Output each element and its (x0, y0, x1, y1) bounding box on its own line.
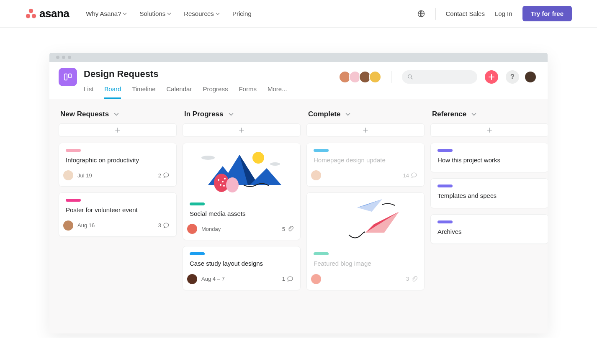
avatar (369, 71, 381, 83)
attachment-icon (411, 276, 417, 282)
tab-calendar[interactable]: Calendar (167, 85, 192, 99)
try-free-button[interactable]: Try for free (522, 6, 572, 21)
chevron-down-icon (216, 12, 220, 16)
add-card-button[interactable] (183, 123, 301, 137)
assignee-avatar (311, 170, 321, 180)
board: New Requests Infographic on productivity… (49, 99, 548, 333)
add-card-button[interactable] (430, 123, 548, 137)
tab-more[interactable]: More... (268, 85, 287, 99)
card[interactable]: Infographic on productivity Jul 19 2 (59, 143, 177, 187)
add-button[interactable] (485, 70, 498, 84)
due-date: Aug 16 (77, 222, 95, 228)
svg-point-17 (222, 181, 224, 182)
due-date: Monday (201, 226, 221, 232)
due-date: Aug 4 – 7 (201, 276, 225, 282)
paper-planes-illustration-icon (315, 193, 416, 247)
assignee-avatar (311, 274, 321, 284)
app-window: Design Requests List Board Timeline Cale… (49, 53, 548, 333)
asana-logo[interactable]: asana (25, 7, 69, 20)
card-stat: 14 (403, 172, 417, 179)
comment-icon (163, 222, 170, 229)
card-title: Case study layout designs (190, 259, 293, 268)
card[interactable]: Archives (430, 214, 548, 244)
card-tag (437, 149, 453, 152)
assignee-avatar (63, 170, 73, 180)
card[interactable]: Templates and specs (430, 178, 548, 208)
card[interactable]: Poster for volunteer event Aug 16 3 (59, 192, 177, 236)
column-complete: Complete Homepage design update 14 (306, 110, 425, 296)
globe-icon[interactable] (417, 10, 425, 18)
project-header: Design Requests List Board Timeline Cale… (49, 62, 548, 99)
card-title: Social media assets (190, 210, 293, 218)
svg-point-2 (32, 14, 36, 18)
mountains-illustration-icon (191, 143, 292, 197)
attachment-icon (287, 226, 293, 232)
tab-forms[interactable]: Forms (239, 85, 257, 99)
card[interactable]: Featured blog image 3 (306, 192, 425, 290)
add-card-button[interactable] (306, 123, 425, 137)
svg-point-0 (29, 8, 33, 13)
card[interactable]: Social media assets Monday 5 (183, 143, 301, 240)
plus-icon (239, 127, 244, 133)
add-card-button[interactable] (59, 123, 177, 137)
tab-list[interactable]: List (84, 85, 93, 99)
chevron-down-icon (167, 12, 171, 16)
plus-icon (488, 74, 495, 80)
user-avatar[interactable] (524, 71, 537, 83)
separator (435, 8, 436, 20)
card-title: Archives (437, 228, 541, 236)
card-tag (66, 149, 81, 152)
contact-sales-link[interactable]: Contact Sales (446, 10, 485, 17)
svg-point-1 (26, 14, 31, 18)
card-stat: 1 (282, 276, 293, 282)
nav-link-pricing[interactable]: Pricing (232, 10, 252, 17)
nav-link-why[interactable]: Why Asana? (86, 10, 127, 17)
card-title: Templates and specs (437, 192, 541, 200)
nav-link-solutions[interactable]: Solutions (139, 10, 171, 17)
card[interactable]: How this project works (430, 143, 548, 172)
project-title: Design Requests (84, 69, 341, 79)
tab-progress[interactable]: Progress (203, 85, 228, 99)
board-icon (63, 72, 72, 82)
project-tabs: List Board Timeline Calendar Progress Fo… (84, 85, 341, 99)
card-tag (437, 220, 453, 223)
window-dot (62, 56, 65, 59)
card-tag (66, 199, 81, 202)
column-header[interactable]: In Progress (183, 110, 301, 123)
card[interactable]: Homepage design update 14 (306, 143, 425, 187)
column-header[interactable]: Complete (306, 110, 425, 123)
svg-point-16 (218, 179, 219, 181)
nav-link-resources[interactable]: Resources (184, 10, 220, 17)
chevron-down-icon (229, 112, 234, 117)
assignee-avatar (187, 224, 197, 234)
card-stat: 3 (406, 276, 417, 282)
column-header[interactable]: New Requests (59, 110, 177, 123)
svg-point-8 (270, 162, 280, 166)
column-reference: Reference How this project works Templat… (430, 110, 548, 250)
search-input[interactable] (402, 70, 477, 84)
window-dot (68, 56, 71, 59)
card-tag (190, 252, 205, 255)
comment-icon (163, 172, 170, 179)
column-in-progress: In Progress (183, 110, 301, 296)
card-stat: 3 (158, 222, 170, 229)
tab-board[interactable]: Board (104, 85, 121, 99)
card[interactable]: Case study layout designs Aug 4 – 7 1 (183, 246, 301, 290)
svg-marker-23 (357, 199, 382, 212)
nav-right: Contact Sales Log In Try for free (417, 6, 572, 21)
svg-point-9 (252, 152, 264, 164)
card-title: Featured blog image (314, 259, 417, 268)
login-link[interactable]: Log In (495, 10, 512, 17)
asana-dots-icon (25, 8, 37, 20)
separator (391, 71, 392, 83)
card-title: Infographic on productivity (66, 156, 170, 164)
column-header[interactable]: Reference (430, 110, 548, 123)
tab-timeline[interactable]: Timeline (132, 85, 155, 99)
chevron-down-icon (123, 12, 127, 16)
plus-icon (115, 127, 121, 133)
card-image (307, 193, 424, 247)
card-tag (190, 203, 205, 205)
help-button[interactable]: ? (506, 70, 519, 84)
site-topnav: asana Why Asana? Solutions Resources Pri… (0, 0, 597, 28)
member-avatars[interactable] (341, 71, 381, 83)
